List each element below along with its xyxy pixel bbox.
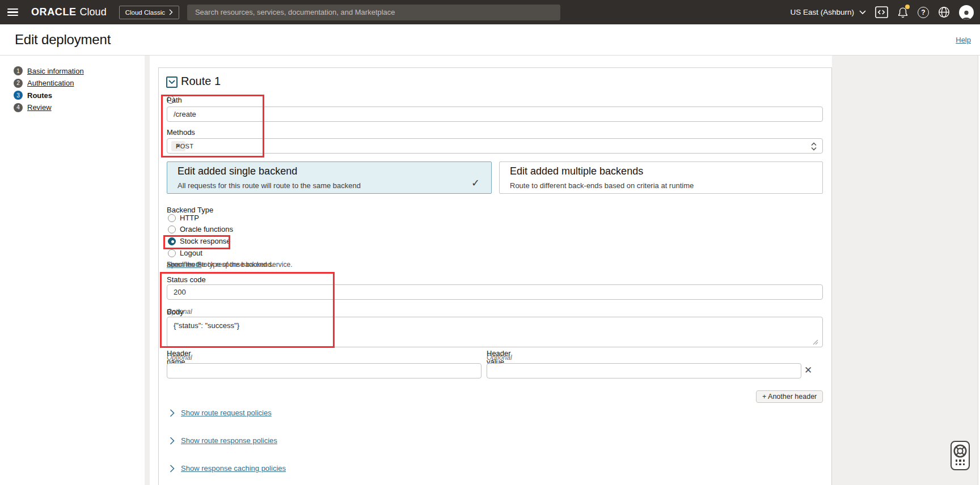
topbar-right-group: US East (Ashburn) ?: [790, 5, 974, 20]
brand-cloud: Cloud: [80, 6, 107, 18]
radio-label: HTTP: [180, 214, 199, 222]
chevron-down-icon: [168, 80, 175, 84]
global-search-input[interactable]: [187, 5, 560, 20]
methods-select[interactable]: POST ✕: [167, 138, 823, 154]
help-icon[interactable]: ?: [918, 7, 929, 18]
radio-label: Oracle functions: [180, 225, 233, 233]
policy-toggle-route-request[interactable]: Show route request policies: [170, 409, 272, 417]
step-label: Basic information: [27, 67, 84, 75]
route-collapse-toggle[interactable]: [166, 76, 178, 88]
support-widget[interactable]: [951, 441, 970, 470]
region-selector[interactable]: US East (Ashburn): [790, 8, 866, 16]
menu-icon[interactable]: [7, 8, 18, 16]
radio-control[interactable]: [168, 237, 176, 245]
backend-type-label: Backend Type: [167, 206, 213, 214]
route-title: Route 1: [181, 75, 221, 88]
cloud-shell-icon[interactable]: [875, 6, 888, 18]
body-label: Body: [167, 308, 184, 316]
card-description: Route to different back-ends based on cr…: [510, 181, 694, 190]
header-value-input[interactable]: [487, 363, 801, 378]
wizard-step-review[interactable]: 4 Review: [14, 103, 84, 112]
step-label: Routes: [27, 91, 52, 100]
screen: ORACLE Cloud Cloud Classic US East (Ashb…: [0, 0, 980, 485]
path-label-row: Path i: [167, 96, 175, 104]
header-name-input[interactable]: [167, 363, 481, 378]
path-input[interactable]: [167, 107, 823, 122]
radio-http[interactable]: HTTP: [168, 214, 199, 222]
radio-label: Stock response: [180, 237, 231, 245]
step-number-badge: 4: [14, 103, 23, 112]
top-bar: ORACLE Cloud Cloud Classic US East (Ashb…: [0, 0, 980, 24]
notifications-icon[interactable]: [897, 6, 909, 19]
drag-dots-icon: [956, 460, 965, 465]
info-glyph: i: [170, 97, 171, 103]
policy-link[interactable]: Show response caching policies: [181, 464, 286, 473]
content-gutter: [145, 56, 150, 485]
policy-toggle-route-response[interactable]: Show route response policies: [170, 436, 277, 445]
wizard-step-basic-information[interactable]: 1 Basic information: [14, 66, 84, 75]
radio-control[interactable]: [168, 226, 176, 233]
scrollbar-track[interactable]: [978, 56, 980, 485]
step-number-badge: 1: [14, 66, 23, 75]
single-backend-card[interactable]: Edit added single backend All requests f…: [167, 161, 492, 194]
radio-control[interactable]: [168, 249, 176, 257]
resize-handle[interactable]: [812, 339, 818, 345]
body-label-row: Body Optional: [167, 308, 192, 316]
radio-stock-response[interactable]: Stock response: [168, 237, 231, 245]
header-name-label-row: Header name Optional: [167, 354, 192, 361]
policy-link[interactable]: Show route request policies: [181, 409, 272, 417]
step-number-badge: 2: [14, 79, 23, 88]
body-textarea[interactable]: {"status": "success"}: [167, 317, 823, 347]
step-label: Review: [27, 103, 52, 112]
step-label: Authentication: [27, 79, 74, 87]
chevron-right-icon: [170, 437, 175, 445]
radio-oracle-functions[interactable]: Oracle functions: [168, 225, 233, 233]
step-number-badge: 3: [14, 91, 23, 100]
selected-check-icon: ✓: [471, 177, 480, 189]
radio-logout[interactable]: Logout: [168, 249, 202, 257]
chevron-right-icon: [170, 465, 175, 473]
chevron-right-icon: [169, 9, 173, 15]
methods-label: Methods: [167, 128, 195, 137]
cloud-classic-label: Cloud Classic: [125, 9, 165, 16]
wizard-step-routes[interactable]: 3 Routes: [14, 91, 84, 100]
status-code-input[interactable]: [167, 284, 823, 300]
radio-label: Logout: [180, 249, 202, 257]
path-label: Path: [167, 96, 182, 104]
region-label: US East (Ashburn): [790, 8, 854, 16]
remove-header-button[interactable]: ✕: [804, 365, 812, 376]
policy-link[interactable]: Show route response policies: [181, 436, 277, 445]
select-stepper-icon[interactable]: [810, 142, 817, 151]
header-value-label-row: Header value Optional: [487, 354, 512, 361]
help-link[interactable]: Help: [956, 36, 971, 44]
another-header-button[interactable]: + Another header: [756, 390, 823, 403]
multiple-backend-card[interactable]: Edit added multiple backends Route to di…: [499, 161, 823, 194]
route-card: Route 1 Path i Methods POST ✕ Edit added…: [158, 67, 832, 485]
globe-icon[interactable]: [938, 6, 950, 18]
wizard-step-authentication[interactable]: 2 Authentication: [14, 79, 84, 88]
status-code-label: Status code: [167, 275, 206, 284]
card-description: All requests for this route will route t…: [178, 181, 361, 190]
chevron-down-icon: [859, 10, 866, 15]
notification-badge: [905, 5, 910, 9]
method-chip-post: POST ✕: [171, 141, 185, 151]
policy-toggle-response-caching[interactable]: Show response caching policies: [170, 464, 286, 473]
user-avatar[interactable]: [959, 5, 974, 20]
card-title: Edit added multiple backends: [510, 165, 643, 177]
page-header: Edit deployment Help: [0, 24, 980, 56]
card-title: Edit added single backend: [178, 165, 297, 177]
life-ring-icon: [953, 444, 968, 458]
radio-control[interactable]: [168, 214, 176, 222]
helper-suffix: about the Stock response backend.: [167, 261, 273, 269]
oracle-cloud-logo[interactable]: ORACLE Cloud: [31, 6, 107, 18]
page-title: Edit deployment: [15, 32, 111, 48]
wizard-nav: 1 Basic information 2 Authentication 3 R…: [14, 66, 84, 112]
chevron-right-icon: [170, 409, 175, 417]
right-background-panel: [832, 56, 978, 485]
question-glyph: ?: [921, 8, 925, 16]
brand-oracle: ORACLE: [31, 6, 77, 18]
method-chip-label: POST: [176, 143, 193, 150]
cloud-classic-button[interactable]: Cloud Classic: [119, 6, 179, 19]
